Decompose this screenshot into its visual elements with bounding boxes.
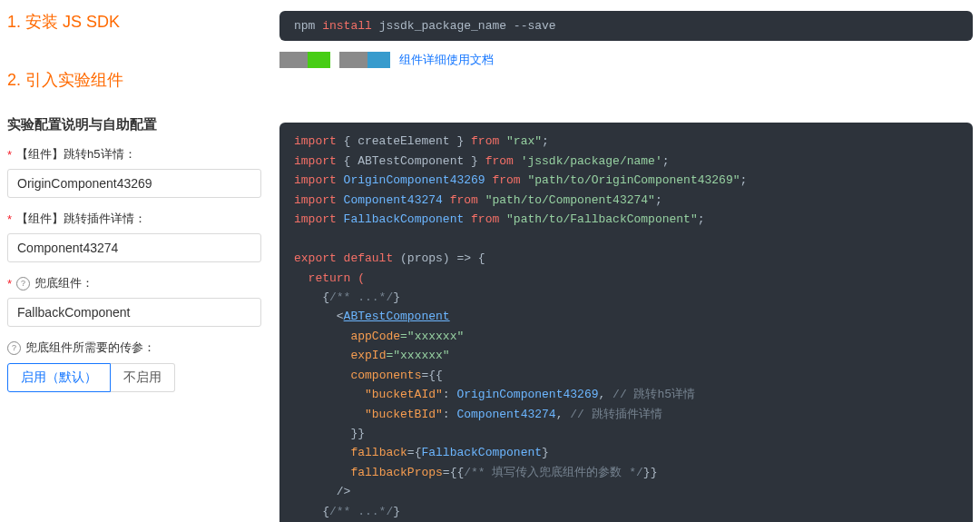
field-params-label: 兜底组件所需要的传参： (7, 340, 261, 356)
component-b-input[interactable] (7, 233, 261, 262)
npm-install-cmd: npm install jssdk_package_name --save (279, 11, 973, 41)
help-icon[interactable] (16, 276, 33, 291)
help-icon[interactable] (7, 340, 24, 356)
field-fallback-label: * 兜底组件： (7, 275, 261, 291)
required-star: * (7, 148, 12, 162)
example-code: import { createElement } from "rax"; imp… (279, 123, 973, 522)
field-b-label: * 【组件】跳转插件详情： (7, 211, 261, 227)
required-star: * (7, 277, 12, 291)
doc-link[interactable]: 组件详细使用文档 (399, 52, 494, 68)
field-a-label: * 【组件】跳转h5详情： (7, 146, 261, 163)
config-heading: 实验配置说明与自助配置 (7, 116, 261, 133)
npm-version-badge (279, 52, 330, 68)
fallback-input[interactable] (7, 298, 261, 327)
step2-title: 2. 引入实验组件 (7, 69, 261, 91)
required-star: * (7, 212, 12, 226)
disable-button[interactable]: 不启用 (111, 363, 175, 392)
downloads-badge (339, 52, 390, 68)
enable-button[interactable]: 启用（默认） (7, 363, 111, 392)
step1-title: 1. 安装 JS SDK (7, 11, 261, 33)
component-a-input[interactable] (7, 169, 261, 198)
